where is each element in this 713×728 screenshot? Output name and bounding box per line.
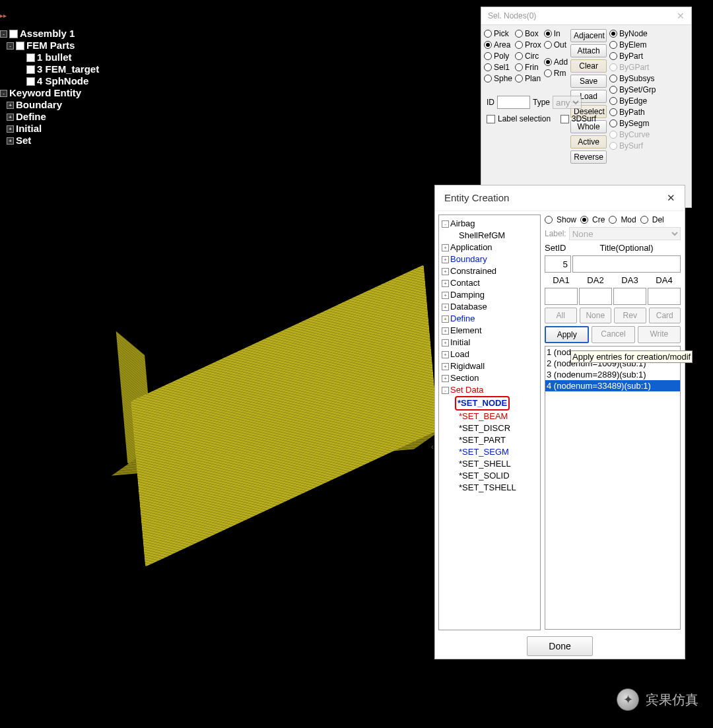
set-node-item[interactable]: *SET_NODE [458, 398, 507, 408]
radio-show[interactable] [545, 216, 553, 224]
radio-pick[interactable] [484, 30, 492, 38]
rev-button[interactable]: Rev [614, 308, 646, 323]
close-icon[interactable]: ✕ [667, 192, 675, 204]
tree-root[interactable]: Assembly 1 [20, 28, 75, 40]
entity-title: Entity Creation [444, 192, 509, 204]
active-button[interactable]: Active [570, 135, 607, 149]
sel-nodes-panel: Sel. Nodes(0) ✕ Pick Area Poly Sel1 Sphe… [481, 7, 692, 208]
done-button[interactable]: Done [527, 636, 592, 656]
radio-del[interactable] [640, 216, 648, 224]
clear-button[interactable]: Clear [570, 59, 607, 73]
adjacent-button[interactable]: Adjacent [570, 29, 607, 42]
cancel-button[interactable]: Cancel [592, 326, 634, 343]
radio-sel1[interactable] [484, 63, 492, 71]
da4-input[interactable] [648, 288, 681, 305]
tree-femparts[interactable]: FEM Parts [26, 40, 75, 51]
fem-mesh-viewport[interactable] [100, 249, 467, 569]
entity-list[interactable]: 1 (nod 2 (nodenum=1009)(sub:1) 3 (nodenu… [545, 346, 681, 630]
model-tree[interactable]: -Assembly 1 -FEM Parts 1 bullet 3 FEM_ta… [0, 28, 99, 147]
radio-sphe[interactable] [484, 75, 492, 83]
radio-mod[interactable] [609, 216, 617, 224]
tree-keyword[interactable]: Keyword Entity [9, 87, 81, 99]
radio-cre[interactable] [580, 216, 588, 224]
attach-button[interactable]: Attach [570, 44, 607, 57]
list-item[interactable]: 4 (nodenum=33489)(sub:1) [545, 380, 680, 391]
sel-title: Sel. Nodes(0) [488, 11, 536, 20]
entity-form: Show Cre Mod Del Label: None SetID Title… [541, 211, 685, 634]
close-icon[interactable]: ✕ [677, 11, 685, 21]
collapse-handle[interactable]: ‹ [431, 442, 434, 451]
checkbox-icon[interactable] [26, 77, 35, 86]
all-button[interactable]: All [545, 308, 577, 323]
title-input[interactable] [572, 255, 681, 273]
setid-input[interactable] [545, 255, 571, 273]
radio-poly[interactable] [484, 52, 492, 60]
tooltip: Apply entries for creation/modif [570, 350, 693, 363]
write-button[interactable]: Write [638, 326, 681, 343]
tree-lines: ▸▸ [0, 12, 7, 19]
radio-area[interactable] [484, 41, 492, 49]
da2-input[interactable] [579, 288, 612, 305]
wechat-icon: ✦ [617, 688, 639, 711]
type-select[interactable]: any [553, 96, 582, 109]
da1-input[interactable] [545, 288, 578, 305]
label-select: None [569, 227, 681, 240]
entity-creation-panel: Entity Creation ✕ ‹ -Airbag ShellRefGM +… [434, 185, 685, 659]
checkbox-icon[interactable] [26, 65, 35, 74]
none-button[interactable]: None [580, 308, 612, 323]
save-button[interactable]: Save [570, 75, 607, 88]
list-item[interactable]: 3 (nodenum=2889)(sub:1) [545, 369, 680, 380]
3dsurf-checkbox[interactable] [560, 115, 569, 123]
checkbox-icon[interactable] [26, 53, 35, 62]
watermark: ✦ 宾果仿真 [617, 688, 698, 711]
id-input[interactable] [497, 96, 530, 109]
entity-tree[interactable]: -Airbag ShellRefGM +Application +Boundar… [438, 215, 541, 630]
card-button[interactable]: Card [649, 308, 681, 323]
label-checkbox[interactable] [487, 115, 495, 123]
sel-by-col: ByNode ByElem ByPart ByGPart BySubsys By… [609, 29, 656, 164]
da3-input[interactable] [613, 288, 646, 305]
apply-button[interactable]: Apply [545, 326, 589, 343]
reverse-button[interactable]: Reverse [570, 150, 607, 164]
